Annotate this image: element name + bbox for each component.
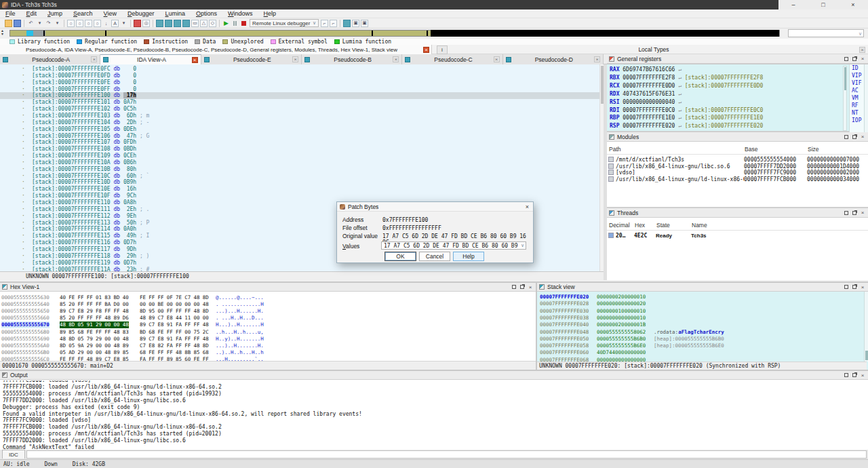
listing-row[interactable]: ·[stack]:00007FFFFFFFE10D db 0B9h (0, 179, 604, 186)
menu-edit[interactable]: Edit (21, 10, 43, 17)
menu-lumina[interactable]: Lumina (159, 10, 191, 17)
tab-pseudocode-b[interactable]: Pseudocode-B× (302, 54, 402, 64)
menu-view[interactable]: View (98, 10, 122, 17)
register-row[interactable]: RSP 00007FFFFFFFE020 ↵ [stack]:00007FFFF… (610, 122, 763, 130)
listing-row[interactable]: ·[stack]:00007FFFFFFFE11A db 23h ; # (0, 267, 604, 272)
listing-row[interactable]: ·[stack]:00007FFFFFFFE102 db 0C5h (0, 106, 604, 113)
close-panel-icon[interactable]: × (859, 372, 866, 378)
register-row[interactable]: RSI 0000000000000040 ↵ (610, 98, 682, 106)
register-row[interactable]: RDX 407437615F676E31 ↵ (610, 90, 682, 98)
step-over-icon[interactable] (165, 20, 172, 27)
watch-icon[interactable]: ◎ (142, 20, 150, 27)
listing-row[interactable]: ·[stack]:00007FFFFFFFE103 db 6Dh ; m (0, 113, 604, 119)
values-combobox[interactable]: 17 A7 C5 6D 2D DE 47 FD BD CE B6 80 60 B… (381, 241, 526, 250)
open-views-icon[interactable] (343, 20, 351, 27)
flags-scrollbar[interactable] (864, 64, 868, 132)
attach-icon[interactable]: ⌐ (321, 20, 328, 27)
menu-windows[interactable]: Windows (222, 10, 258, 17)
jump-back-icon[interactable]: ↶ (27, 20, 35, 27)
values-input[interactable]: 17 A7 C5 6D 2D DE 47 FD BD CE B6 80 60 B… (382, 243, 521, 249)
close-panel-icon[interactable]: × (859, 284, 866, 290)
add-view-icon[interactable]: ▣ (352, 20, 359, 27)
maximize-panel-icon[interactable] (843, 284, 850, 290)
desktop-tab-close-icon[interactable]: × (423, 47, 429, 53)
local-types-close-icon[interactable]: × (859, 47, 865, 53)
flag-nt[interactable]: NT (850, 109, 864, 117)
jump-forward-dropdown-icon[interactable]: ▾ (54, 20, 61, 27)
thread-row[interactable]: 20…4E2CReadyTch3s (607, 233, 868, 239)
listing-row[interactable]: ·[stack]:00007FFFFFFFE109 db 0CEh (0, 153, 604, 159)
stack-rows[interactable]: 00007FFFFFFFE020000000020000001000007FFF… (537, 292, 868, 362)
listing-row[interactable]: ·[stack]:00007FFFFFFFE108 db 0BDh (0, 146, 604, 153)
register-row[interactable]: RAX 6D69747B67616C66 ↵ (610, 66, 682, 74)
listing-row[interactable]: ·[stack]:00007FFFFFFFE105 db 0DEh (0, 126, 604, 133)
detach-icon[interactable]: ⌐ (330, 20, 337, 27)
jump-back-dropdown-icon[interactable]: ▾ (36, 20, 43, 27)
menu-help[interactable]: Help (258, 10, 282, 17)
local-types-header[interactable]: Local Types × (448, 45, 868, 54)
search-next-icon[interactable]: ○ (76, 20, 83, 27)
maximize-panel-icon[interactable] (511, 284, 517, 290)
desktop-tab[interactable]: Pseudocode-A, IDA View-A, Pseudocode-E, … (0, 45, 432, 54)
flag-ac[interactable]: AC (850, 87, 864, 94)
cancel-button[interactable]: Cancel (419, 252, 450, 261)
float-panel-icon[interactable] (519, 284, 526, 290)
flag-vif[interactable]: VIF (850, 79, 864, 87)
register-row[interactable]: RCX 00007FFFFFFFE0D0 ↵ [stack]:00007FFFF… (610, 82, 763, 90)
tab-close-icon[interactable]: × (494, 56, 500, 62)
rename-dropdown-icon[interactable]: ▾ (120, 20, 127, 27)
save-icon[interactable] (14, 20, 21, 27)
tab-close-icon[interactable]: × (91, 56, 97, 62)
listing-row[interactable]: ·[stack]:00007FFFFFFFE10E db 16h (0, 186, 604, 193)
float-panel-icon[interactable] (851, 210, 858, 216)
listing-row[interactable]: ·[stack]:00007FFFFFFFE10F db 9Ch (0, 193, 604, 199)
tab-close-icon[interactable]: × (393, 56, 399, 62)
listing-row[interactable]: ·[stack]:00007FFFFFFFE10A db 0B6h (0, 159, 604, 166)
maximize-panel-icon[interactable] (843, 210, 850, 216)
listing-row[interactable]: ·[stack]:00007FFFFFFFE10C db 60h ; ` (0, 173, 604, 180)
registers-scrollbar[interactable] (843, 66, 847, 131)
tab-pseudocode-d[interactable]: Pseudocode-D× (503, 54, 604, 64)
float-panel-icon[interactable] (851, 284, 858, 290)
dialog-close-icon[interactable]: × (524, 203, 530, 210)
float-panel-icon[interactable] (851, 372, 858, 378)
register-row[interactable]: RDI 00007FFFFFFFE0C0 ↵ [stack]:00007FFFF… (610, 106, 763, 115)
maximize-panel-icon[interactable] (843, 134, 850, 140)
general-registers-header[interactable]: General registers × (607, 54, 868, 64)
cli-input[interactable] (26, 450, 867, 459)
take-snapshot-icon[interactable]: △ (200, 20, 208, 27)
maximize-button[interactable]: □ (808, 0, 838, 9)
stack-scrollbar[interactable] (864, 292, 868, 362)
open-file-icon[interactable] (5, 20, 12, 27)
breakpoint-icon[interactable] (134, 20, 141, 27)
output-log[interactable]: 7FFFF7FC9000: loaded [vdso]7FFFF7FCB000:… (3, 381, 864, 450)
listing-row[interactable]: ·[stack]:00007FFFFFFFE0FC db 0 (0, 66, 604, 73)
listing-row[interactable]: ·[stack]:00007FFFFFFFE101 db 0A7h (0, 99, 604, 106)
tab-pseudocode-a[interactable]: Pseudocode-A× (0, 54, 100, 64)
register-row[interactable]: RBP 00007FFFFFFFE1E0 ↵ [stack]:00007FFFF… (610, 114, 763, 122)
stack-trace-icon[interactable]: ▭ (191, 20, 199, 27)
idc-tab[interactable]: IDC (2, 450, 25, 459)
search-binary-icon[interactable]: ○ (94, 20, 101, 27)
module-row[interactable]: /mnt/d/xctfianl/Tch3s0000555555554000000… (607, 157, 868, 163)
maximize-panel-icon[interactable] (843, 56, 850, 62)
run-to-cursor-icon[interactable] (182, 20, 190, 27)
listing-row[interactable]: ·[stack]:00007FFFFFFFE10B db 80h (0, 166, 604, 173)
jump-forward-icon[interactable]: ↷ (45, 20, 52, 27)
tab-pseudocode-e[interactable]: Pseudocode-E× (201, 54, 302, 64)
flag-rf[interactable]: RF (850, 102, 864, 109)
close-panel-icon[interactable]: × (859, 134, 866, 140)
step-into-icon[interactable] (156, 20, 163, 27)
rename-icon[interactable]: A (111, 20, 119, 27)
menu-search[interactable]: Search (68, 10, 98, 17)
search-icon[interactable]: ○ (67, 20, 75, 27)
jump-down-icon[interactable]: ↓ (102, 20, 110, 27)
flag-vip[interactable]: VIP (850, 72, 864, 79)
refresh-icon[interactable]: ◇ (209, 20, 216, 27)
listing-row[interactable]: ·[stack]:00007FFFFFFFE0FF db 0 (0, 86, 604, 93)
menu-file[interactable]: File (0, 10, 21, 17)
navband-scroll-arrows[interactable]: ▴▾ (1, 29, 3, 36)
tab-pseudocode-c[interactable]: Pseudocode-C× (402, 54, 502, 64)
float-panel-icon[interactable] (851, 56, 858, 62)
module-row[interactable]: /usr/lib/x86_64-linux-gnu/ld-linux-x86-6… (607, 176, 868, 182)
